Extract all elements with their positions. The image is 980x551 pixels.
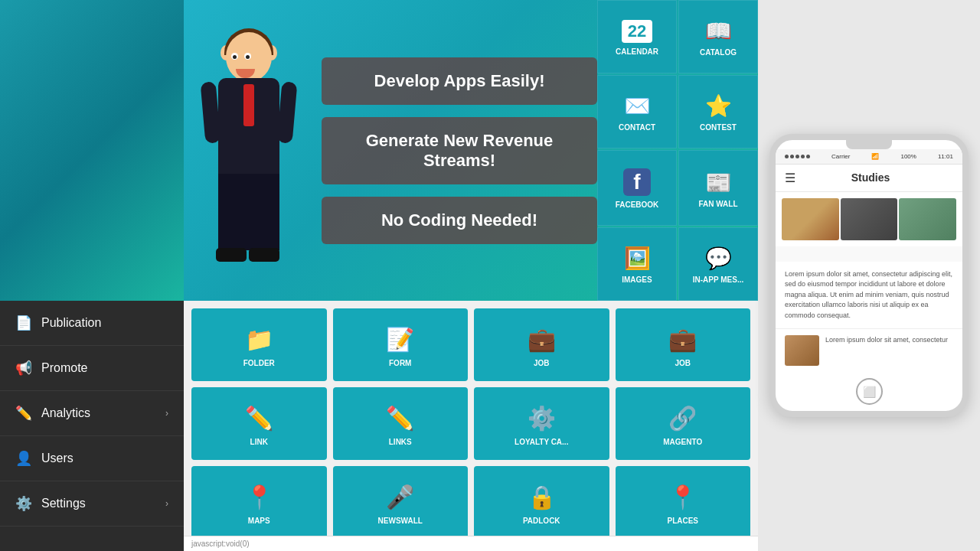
char-pupil-right [246,55,250,59]
plugin-cell-maps[interactable]: 📍 MAPS [191,466,327,536]
char-tie [243,84,254,126]
fanwall-label: FAN WALL [698,200,737,208]
char-shoe-left [216,248,247,262]
folder1-label: FOLDER [243,359,275,367]
phone-article-thumbnail [785,335,819,366]
analytics-icon: ✏️ [15,405,32,422]
signal-dot-5 [806,155,810,158]
plugin-cell-places[interactable]: 📍 PLACES [616,466,751,536]
sidebar-item-promote[interactable]: 📢 Promote [0,346,184,391]
phone-carrier: Carrier [831,153,850,160]
analytics-arrow-icon: › [165,408,168,419]
images-icon: 🖼️ [624,246,651,271]
loyalty-label: LOYALTY CA... [514,438,568,446]
form-label: FORM [389,359,411,367]
maps-label: MAPS [248,517,270,525]
icon-cell-inapp[interactable]: 💬 IN-APP MES... [678,227,758,301]
plugin-cell-job1[interactable]: 💼 JOB [474,308,609,381]
footer-text: javascript:void(0) [191,540,250,548]
signal-dot-1 [785,155,789,158]
folder1-icon: 📁 [245,326,273,353]
icon-cell-catalog[interactable]: 📖 CATALOG [678,0,758,73]
phone-signal-dots [785,155,810,158]
character-figure [191,17,306,285]
signal-dot-3 [795,155,799,158]
fanwall-icon: 📰 [705,170,732,195]
plugin-cell-links[interactable]: ✏️ LINKS [333,387,469,460]
plugin-cell-loyalty[interactable]: ⚙️ LOYALTY CA... [474,387,609,460]
links-label: LINKS [389,438,412,446]
plugin-cell-padlock[interactable]: 🔒 PADLOCK [474,466,609,536]
icon-cell-contact[interactable]: ✉️ CONTACT [597,75,677,148]
settings-icon: ⚙️ [15,495,32,512]
icon-cell-images[interactable]: 🖼️ IMAGES [597,227,677,301]
magento-icon: 🔗 [668,405,697,432]
job1-icon: 💼 [528,326,556,353]
icon-cell-calendar[interactable]: 22 CALENDAR [597,0,677,73]
phone-header: ☰ Studies [776,165,962,192]
sidebar-item-users[interactable]: 👤 Users [0,436,184,481]
phone-wifi-icon: 📶 [871,153,879,160]
phone-image-1 [782,198,839,240]
hero-button-1[interactable]: Develop Apps Easily! [322,57,597,105]
facebook-icon: f [623,168,651,196]
char-shoe-right [249,248,279,262]
loyalty-icon: ⚙️ [528,405,556,432]
settings-arrow-icon: › [165,498,168,509]
hero-button-2[interactable]: Generate New Revenue Streams! [322,117,597,184]
plugin-cell-link[interactable]: ✏️ LINK [191,387,327,460]
padlock-label: PADLOCK [523,517,560,525]
contact-label: CONTACT [619,123,655,132]
contact-icon: ✉️ [624,93,651,119]
job2-icon: 💼 [668,326,697,353]
sidebar-item-settings[interactable]: ⚙️ Settings › [0,481,184,527]
maps-icon: 📍 [245,484,273,510]
sidebar-item-label: Publication [41,316,101,330]
contest-icon: ⭐ [705,93,732,119]
main-content: Develop Apps Easily! Generate New Revenu… [184,0,758,551]
hero-button-3[interactable]: No Coding Needed! [322,197,597,244]
link-icon: ✏️ [245,405,273,432]
sidebar-item-analytics[interactable]: ✏️ Analytics › [0,391,184,436]
job1-label: JOB [534,359,550,367]
phone-home-button[interactable]: ⬜ [856,378,883,405]
places-label: PLACES [667,517,698,525]
form-icon: 📝 [386,326,414,353]
signal-dot-2 [790,155,794,158]
hero-buttons: Develop Apps Easily! Generate New Revenu… [322,57,597,244]
images-label: IMAGES [622,276,652,284]
promote-icon: 📢 [15,360,32,377]
facebook-label: FACEBOOK [616,201,659,209]
char-legs [218,174,279,250]
publication-icon: 📄 [15,315,32,331]
phone-spacer [776,246,962,262]
catalog-label: CATALOG [700,48,737,57]
catalog-icon: 📖 [705,18,732,44]
plugin-cell-folder1[interactable]: 📁 FOLDER [191,308,327,381]
phone-status-bar: Carrier 📶 100% 11:01 [776,149,962,165]
char-right-arm [277,81,298,143]
links-icon: ✏️ [386,405,414,432]
sidebar-hero-area [0,0,184,301]
hero-section: Develop Apps Easily! Generate New Revenu… [184,0,758,301]
plugin-grid-section: 📁 FOLDER 📝 FORM 💼 JOB 💼 JOB ✏️ LINK ✏️ [184,301,758,536]
users-icon: 👤 [15,450,32,467]
inapp-label: IN-APP MES... [693,276,744,284]
plugin-cell-form[interactable]: 📝 FORM [333,308,469,381]
calendar-icon: 22 [622,20,652,43]
sidebar: 📄 Publication 📢 Promote ✏️ Analytics › 👤… [0,0,184,551]
sidebar-item-label: Users [41,452,74,465]
footer-bar: javascript:void(0) [184,536,758,551]
plugin-cell-magento[interactable]: 🔗 MAGENTO [616,387,751,460]
link-label: LINK [250,438,268,446]
icon-cell-facebook[interactable]: f FACEBOOK [597,150,677,226]
signal-dot-4 [801,155,805,158]
icon-cell-fanwall[interactable]: 📰 FAN WALL [678,150,758,226]
plugin-cell-job2[interactable]: 💼 JOB [616,308,751,381]
sidebar-item-publication[interactable]: 📄 Publication [0,301,184,346]
job2-label: JOB [675,359,691,367]
icon-cell-contest[interactable]: ⭐ CONTEST [678,75,758,148]
phone-menu-icon[interactable]: ☰ [785,171,795,185]
sidebar-item-label: Promote [41,361,87,375]
plugin-cell-newswall[interactable]: 🎤 NEWSWALL [333,466,469,536]
